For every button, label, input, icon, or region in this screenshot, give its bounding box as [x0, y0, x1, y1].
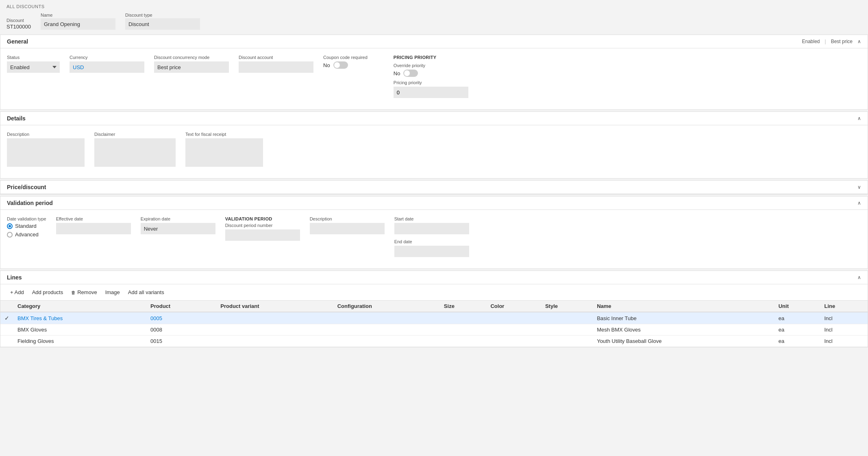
discount-type-field-group: Discount type [125, 13, 200, 30]
name-input[interactable] [41, 18, 115, 30]
remove-label: Remove [77, 289, 97, 295]
concurrency-field: Discount concurrency mode [154, 55, 229, 73]
row-configuration [333, 336, 440, 347]
end-date-label: End date [394, 239, 469, 244]
name-field-group: Name [41, 13, 115, 30]
disclaimer-textarea[interactable] [94, 138, 176, 167]
row-checkbox-cell[interactable] [0, 324, 13, 336]
validation-form-row: Date validation type Standard Advanced [7, 216, 861, 257]
lines-table-wrapper: Category Product Product variant Configu… [0, 301, 868, 347]
start-date-input[interactable] [394, 223, 469, 234]
validation-period-body: Date validation type Standard Advanced [0, 210, 868, 268]
price-discount-section-header[interactable]: Price/discount ∨ [0, 181, 868, 194]
coupon-toggle-group: No [323, 61, 368, 69]
col-category: Category [13, 301, 146, 312]
validation-period-title: Validation period [7, 200, 53, 206]
table-row[interactable]: Fielding Gloves0015Youth Utility Basebal… [0, 336, 868, 347]
row-name: Youth Utility Baseball Glove [593, 336, 774, 347]
concurrency-label: Discount concurrency mode [154, 55, 229, 60]
currency-label: Currency [70, 55, 144, 60]
remove-button[interactable]: 🗑 Remove [68, 288, 100, 297]
details-header-right: ∧ [857, 116, 861, 121]
row-color [486, 324, 541, 336]
general-section: General Enabled | Best price ∧ Status En… [0, 35, 868, 110]
row-product: 0015 [146, 336, 216, 347]
advanced-label: Advanced [15, 231, 39, 238]
details-title: Details [7, 115, 26, 122]
account-label: Discount account [239, 55, 313, 60]
start-date-label: Start date [394, 216, 469, 221]
row-style [541, 324, 593, 336]
end-date-input[interactable] [394, 246, 469, 257]
validation-description-input[interactable] [310, 223, 385, 234]
lines-header-right: ∧ [857, 275, 861, 280]
description-textarea[interactable] [7, 138, 85, 167]
general-title: General [7, 38, 28, 45]
expiration-date-input[interactable] [141, 223, 215, 234]
discount-type-label: Discount type [125, 13, 200, 17]
add-products-button[interactable]: Add products [29, 288, 67, 297]
col-unit: Unit [774, 301, 820, 312]
row-product: 0005 [146, 312, 216, 324]
account-field: Discount account [239, 55, 313, 73]
row-style [541, 312, 593, 324]
validation-period-section-header[interactable]: Validation period ∧ [0, 196, 868, 210]
row-checkbox-cell[interactable]: ✓ [0, 312, 13, 324]
row-product_variant [216, 324, 333, 336]
advanced-radio-circle[interactable] [7, 232, 13, 238]
lines-chevron-icon: ∧ [857, 275, 861, 280]
standard-radio-item[interactable]: Standard [7, 223, 46, 229]
standard-label: Standard [15, 223, 37, 229]
coupon-toggle[interactable] [333, 61, 348, 69]
standard-radio-circle[interactable] [7, 223, 13, 229]
details-chevron-icon: ∧ [857, 116, 861, 121]
details-section-header[interactable]: Details ∧ [0, 112, 868, 125]
currency-input[interactable] [70, 61, 144, 73]
discount-type-input[interactable] [125, 18, 200, 30]
general-best-price-right: Best price [831, 39, 853, 44]
general-body: Status Enabled Disabled Currency Discoun… [0, 48, 868, 109]
expiration-date-field: Expiration date [141, 216, 215, 234]
check-mark: ✓ [4, 315, 9, 321]
pricing-priority-input[interactable] [394, 87, 468, 98]
row-style [541, 336, 593, 347]
concurrency-input[interactable] [154, 61, 229, 73]
fiscal-textarea[interactable] [185, 138, 263, 167]
validation-period-section: Validation period ∧ Date validation type… [0, 196, 868, 269]
breadcrumb: ALL DISCOUNTS [7, 4, 45, 9]
effective-date-input[interactable] [56, 223, 131, 234]
row-name: Basic Inner Tube [593, 312, 774, 324]
override-priority-label: Override priority [394, 63, 468, 68]
row-unit: ea [774, 312, 820, 324]
date-validation-radio-group: Standard Advanced [7, 223, 46, 238]
override-priority-field: Override priority No [394, 63, 468, 77]
row-checkbox-cell[interactable] [0, 336, 13, 347]
override-priority-toggle[interactable] [403, 70, 418, 77]
coupon-label: Coupon code required [323, 55, 368, 60]
details-body: Description Disclaimer Text for fiscal r… [0, 125, 868, 178]
currency-field: Currency [70, 55, 144, 73]
lines-section-header[interactable]: Lines ∧ [0, 271, 868, 284]
pricing-priority-section: PRICING PRIORITY Override priority No Pr… [394, 55, 468, 98]
discount-period-input[interactable] [225, 229, 300, 241]
image-button[interactable]: Image [102, 288, 123, 297]
row-category-link[interactable]: BMX Tires & Tubes [17, 315, 63, 321]
row-product: 0008 [146, 324, 216, 336]
general-section-header[interactable]: General Enabled | Best price ∧ [0, 35, 868, 48]
table-row[interactable]: ✓BMX Tires & Tubes0005Basic Inner Tubeea… [0, 312, 868, 324]
row-configuration [333, 324, 440, 336]
row-product-link[interactable]: 0005 [150, 315, 162, 321]
status-select[interactable]: Enabled Disabled [7, 61, 60, 73]
add-button[interactable]: + Add [7, 288, 27, 297]
col-product: Product [146, 301, 216, 312]
col-product-variant: Product variant [216, 301, 333, 312]
advanced-radio-item[interactable]: Advanced [7, 231, 46, 238]
table-row[interactable]: BMX Gloves0008Mesh BMX GloveseaIncl [0, 324, 868, 336]
row-line: Incl [820, 336, 868, 347]
row-category: BMX Gloves [13, 324, 146, 336]
account-input[interactable] [239, 61, 313, 73]
price-discount-chevron-icon: ∨ [857, 184, 861, 190]
status-field: Status Enabled Disabled [7, 55, 60, 73]
add-all-variants-button[interactable]: Add all variants [125, 288, 168, 297]
discount-period-label: Discount period number [225, 223, 300, 228]
